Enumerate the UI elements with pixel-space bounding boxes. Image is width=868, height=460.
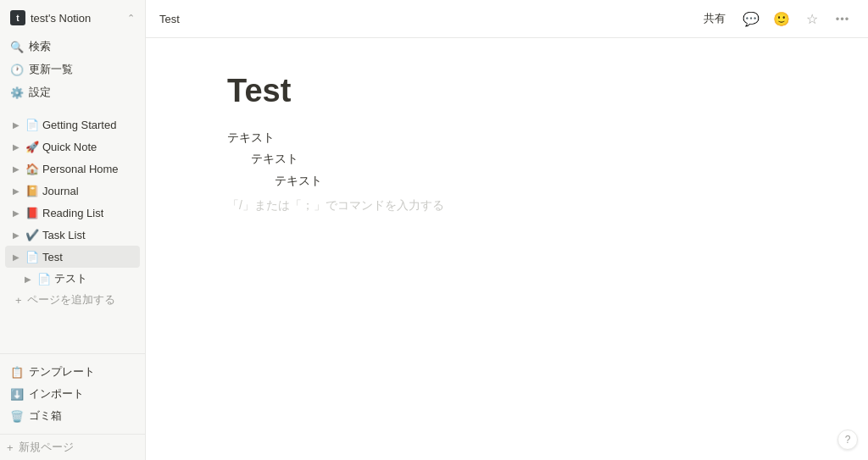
workspace-title: test's Notion (31, 12, 91, 25)
settings-label: 設定 (29, 85, 51, 100)
emoji-button[interactable]: 🙂 (770, 7, 793, 30)
page-label: Personal Home (42, 163, 119, 175)
help-icon: ? (845, 434, 851, 446)
page-icon: 🚀 (25, 141, 39, 153)
page-title: Test (227, 72, 787, 111)
sidebar-tree: ▶ 📄 Getting Started ▶ 🚀 Quick Note ▶ 🏠 P… (0, 107, 145, 353)
add-page-label: ページを追加する (27, 292, 115, 308)
comment-button[interactable]: 💬 (739, 7, 763, 30)
page-label: Task List (42, 229, 86, 241)
clock-icon: 🕐 (10, 64, 24, 76)
topbar: Test 共有 💬 🙂 ☆ ••• (146, 0, 868, 38)
chevron-icon: ▶ (10, 230, 22, 240)
sidebar-item-trash[interactable]: 🗑️ ゴミ箱 (5, 405, 140, 427)
page-icon: ✔️ (25, 229, 39, 241)
page-icon: 📄 (25, 251, 39, 263)
share-label: 共有 (704, 11, 726, 26)
sidebar-item-test[interactable]: ▶ 📄 Test (5, 246, 140, 268)
sidebar-item-getting-started[interactable]: ▶ 📄 Getting Started (5, 114, 140, 136)
sidebar-item-quick-note[interactable]: ▶ 🚀 Quick Note (5, 136, 140, 158)
chevron-icon: ▶ (10, 120, 22, 130)
page-label: Reading List (42, 207, 103, 219)
updates-label: 更新一覧 (29, 62, 73, 77)
gear-icon: ⚙️ (10, 86, 24, 99)
new-page-button[interactable]: + 新規ページ (0, 434, 145, 460)
sidebar-item-updates[interactable]: 🕐 更新一覧 (5, 58, 140, 80)
sidebar-item-personal-home[interactable]: ▶ 🏠 Personal Home (5, 158, 140, 180)
page-icon: 📄 (37, 273, 51, 285)
page-label: Test (42, 251, 63, 263)
page-label: Getting Started (42, 119, 116, 131)
page-placeholder[interactable]: 「/」または「；」でコマンドを入力する (227, 198, 787, 213)
sidebar-item-settings[interactable]: ⚙️ 設定 (5, 81, 140, 103)
sidebar-item-reading-list[interactable]: ▶ 📕 Reading List (5, 202, 140, 224)
new-page-label: 新規ページ (19, 440, 74, 455)
help-button[interactable]: ? (837, 430, 858, 450)
sidebar: t test's Notion ⌃ 🔍 検索 🕐 更新一覧 ⚙️ 設定 ▶ 📄 … (0, 0, 146, 460)
search-label: 検索 (29, 39, 51, 54)
sidebar-item-task-list[interactable]: ▶ ✔️ Task List (5, 224, 140, 246)
chevron-icon: ▶ (10, 208, 22, 218)
main-content: Test 共有 💬 🙂 ☆ ••• Test テキスト テキスト テキスト 「/… (146, 0, 868, 460)
chevron-icon: ▶ (10, 252, 22, 262)
page-block-3[interactable]: テキスト (227, 171, 787, 191)
topbar-left: Test (159, 13, 180, 25)
template-label: テンプレート (29, 364, 95, 380)
page-label: Quick Note (42, 141, 97, 153)
workspace-header[interactable]: t test's Notion ⌃ (5, 7, 140, 29)
chevron-icon: ▶ (22, 274, 34, 284)
page-icon: 📕 (25, 207, 39, 219)
plus-icon: + (7, 441, 14, 454)
search-icon: 🔍 (10, 41, 24, 53)
page-block-2[interactable]: テキスト (227, 149, 787, 169)
star-icon: ☆ (806, 11, 818, 27)
trash-label: ゴミ箱 (29, 408, 62, 424)
page-body[interactable]: Test テキスト テキスト テキスト 「/」または「；」でコマンドを入力する (146, 38, 868, 460)
sidebar-item-journal[interactable]: ▶ 📔 Journal (5, 180, 140, 202)
template-icon: 📋 (10, 366, 24, 379)
sidebar-item-testo[interactable]: ▶ 📄 テスト (5, 268, 140, 290)
breadcrumb: Test (159, 13, 180, 25)
workspace-icon: t (10, 10, 25, 25)
sidebar-nav: 🔍 検索 🕐 更新一覧 ⚙️ 設定 (0, 32, 145, 107)
star-button[interactable]: ☆ (800, 7, 824, 30)
page-block-1[interactable]: テキスト (227, 128, 787, 148)
trash-icon: 🗑️ (10, 410, 24, 423)
plus-icon: + (15, 294, 22, 307)
sidebar-bottom: 📋 テンプレート ⬇️ インポート 🗑️ ゴミ箱 (0, 353, 145, 434)
workspace-chevron-icon: ⌃ (127, 13, 135, 24)
page-icon: 🏠 (25, 163, 39, 175)
share-button[interactable]: 共有 (697, 8, 732, 30)
more-icon: ••• (836, 13, 850, 25)
sidebar-item-template[interactable]: 📋 テンプレート (5, 361, 140, 383)
comment-icon: 💬 (743, 11, 760, 27)
import-label: インポート (29, 386, 84, 402)
page-icon: 📔 (25, 185, 39, 197)
page-icon: 📄 (25, 119, 39, 131)
sidebar-item-search[interactable]: 🔍 検索 (5, 36, 140, 58)
page-label: Journal (42, 185, 79, 197)
chevron-icon: ▶ (10, 142, 22, 152)
sidebar-item-import[interactable]: ⬇️ インポート (5, 383, 140, 405)
more-button[interactable]: ••• (831, 7, 854, 30)
import-icon: ⬇️ (10, 388, 24, 401)
chevron-icon: ▶ (10, 186, 22, 196)
add-page-button[interactable]: + ページを追加する (5, 290, 140, 310)
emoji-icon: 🙂 (773, 11, 790, 27)
chevron-icon: ▶ (10, 164, 22, 174)
topbar-right: 共有 💬 🙂 ☆ ••• (697, 7, 854, 30)
page-label: テスト (54, 271, 87, 286)
